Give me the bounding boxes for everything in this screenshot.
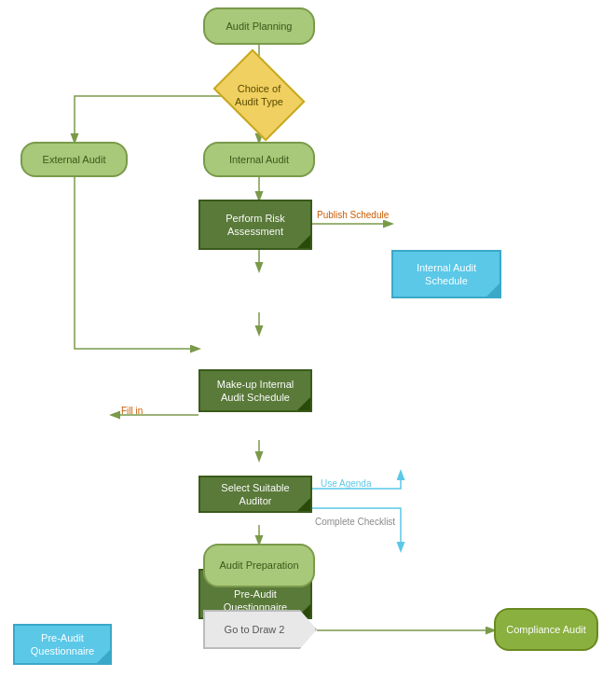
- audit-planning-node: Audit Planning: [203, 7, 315, 45]
- fill-in-label: Fill in: [121, 406, 143, 416]
- makeup-schedule-node: Make-up Internal Audit Schedule: [198, 369, 312, 412]
- perform-risk-node: Perform Risk Assessment: [198, 200, 312, 250]
- internal-audit-schedule-node: Internal Audit Schedule: [391, 250, 501, 298]
- internal-audit-node: Internal Audit: [203, 142, 315, 177]
- choice-label: Choice of Audit Type: [222, 82, 296, 109]
- compliance-audit-node: Compliance Audit: [494, 608, 598, 651]
- external-audit-node: External Audit: [21, 142, 128, 177]
- pre-audit-questionnaire-node: Pre-Audit Questionnaire: [13, 624, 112, 665]
- use-agenda-label: Use Agenda: [321, 478, 372, 489]
- select-auditor-node: Select Suitable Auditor: [198, 476, 312, 513]
- publish-schedule-label: Publish Schedule: [317, 210, 389, 220]
- audit-preparation-node: Audit Preparation: [203, 544, 315, 587]
- choice-audit-type-node: Choice of Audit Type: [222, 67, 296, 123]
- flowchart-canvas: Audit Planning Choice of Audit Type Exte…: [0, 0, 616, 677]
- go-to-draw2-node: Go to Draw 2: [203, 610, 317, 649]
- complete-checklist-label: Complete Checklist: [315, 516, 395, 527]
